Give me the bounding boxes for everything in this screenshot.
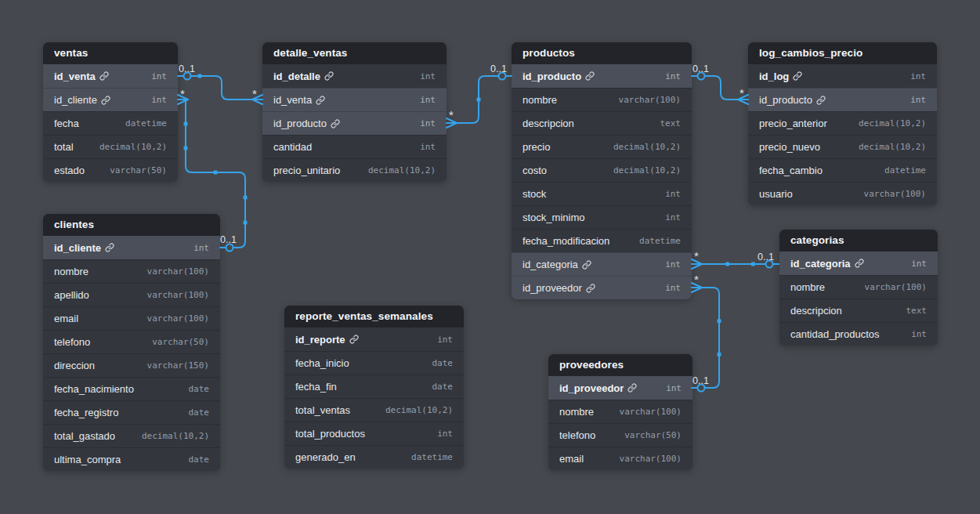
field-row-clientes-id_cliente[interactable]: id_clienteint <box>43 236 220 259</box>
table-reporte_ventas_semanales[interactable]: reporte_ventas_semanalesid_reporteintfec… <box>284 306 464 469</box>
field-row-productos-id_producto[interactable]: id_productoint <box>512 64 692 88</box>
field-row-categorias-id_categoria[interactable]: id_categoriaint <box>779 252 938 275</box>
field-row-productos-nombre[interactable]: nombrevarchar(100) <box>512 88 692 111</box>
link-key-icon <box>101 96 110 105</box>
field-row-detalle_ventas-id_detalle[interactable]: id_detalleint <box>262 64 447 88</box>
field-row-detalle_ventas-cantidad[interactable]: cantidadint <box>262 135 447 158</box>
field-name-text: ultima_compra <box>54 454 121 465</box>
field-row-log_cambios_precio-usuario[interactable]: usuariovarchar(100) <box>748 182 937 205</box>
field-row-proveedores-id_proveedor[interactable]: id_proveedorint <box>548 376 693 400</box>
field-row-ventas-total[interactable]: totaldecimal(10,2) <box>43 135 178 158</box>
table-proveedores[interactable]: proveedoresid_proveedorintnombrevarchar(… <box>548 354 693 470</box>
link-key-icon <box>105 243 114 252</box>
table-productos[interactable]: productosid_productointnombrevarchar(100… <box>512 42 692 299</box>
field-row-clientes-nombre[interactable]: nombrevarchar(100) <box>43 259 220 283</box>
table-header-categorias[interactable]: categorias <box>779 230 938 252</box>
field-row-productos-descripcion[interactable]: descripciontext <box>512 111 692 135</box>
field-row-categorias-nombre[interactable]: nombrevarchar(100) <box>779 275 938 299</box>
field-row-detalle_ventas-id_producto[interactable]: id_productoint <box>262 111 447 135</box>
field-type: varchar(150) <box>147 360 209 371</box>
er-diagram-canvas[interactable]: ventasid_ventaintid_clienteintfechadatet… <box>0 0 980 514</box>
field-row-categorias-cantidad_productos[interactable]: cantidad_productosint <box>779 322 938 346</box>
field-name-text: fecha <box>54 118 79 129</box>
table-header-clientes[interactable]: clientes <box>43 214 220 236</box>
field-name-text: descripcion <box>523 118 574 129</box>
field-row-reporte_ventas_semanales-generado_en[interactable]: generado_endatetime <box>284 445 464 469</box>
field-row-proveedores-nombre[interactable]: nombrevarchar(100) <box>548 400 693 423</box>
field-row-productos-precio[interactable]: preciodecimal(10,2) <box>512 135 692 158</box>
field-row-log_cambios_precio-id_log[interactable]: id_logint <box>748 64 937 88</box>
table-header-reporte_ventas_semanales[interactable]: reporte_ventas_semanales <box>284 306 464 328</box>
field-row-reporte_ventas_semanales-fecha_fin[interactable]: fecha_findate <box>284 375 464 398</box>
field-type: int <box>666 383 682 393</box>
table-header-log_cambios_precio[interactable]: log_cambios_precio <box>748 42 937 64</box>
field-row-clientes-fecha_registro[interactable]: fecha_registrodate <box>43 400 220 424</box>
field-name-text: id_log <box>759 71 789 82</box>
field-row-productos-stock_minimo[interactable]: stock_minimoint <box>512 205 692 229</box>
field-row-clientes-email[interactable]: emailvarchar(100) <box>43 306 220 330</box>
field-row-productos-costo[interactable]: costodecimal(10,2) <box>512 158 692 182</box>
table-header-productos[interactable]: productos <box>512 42 692 64</box>
field-row-ventas-fecha[interactable]: fechadatetime <box>43 111 178 135</box>
field-name: email <box>559 453 584 465</box>
field-name-text: fecha_inicio <box>295 357 349 369</box>
field-name-text: nombre <box>790 281 825 293</box>
field-name-text: id_categoria <box>790 258 851 270</box>
field-row-ventas-id_cliente[interactable]: id_clienteint <box>43 88 178 111</box>
field-row-log_cambios_precio-fecha_cambio[interactable]: fecha_cambiodatetime <box>748 158 937 182</box>
field-row-ventas-estado[interactable]: estadovarchar(50) <box>43 158 178 182</box>
field-type: varchar(50) <box>624 430 682 440</box>
field-name-text: fecha_nacimiento <box>54 383 134 395</box>
field-name: fecha_nacimiento <box>54 383 134 395</box>
table-header-ventas[interactable]: ventas <box>43 42 178 64</box>
field-row-productos-id_proveedor[interactable]: id_proveedorint <box>512 276 692 299</box>
link-key-icon <box>99 71 109 81</box>
field-row-detalle_ventas-precio_unitario[interactable]: precio_unitariodecimal(10,2) <box>262 158 447 182</box>
field-row-detalle_ventas-id_venta[interactable]: id_ventaint <box>262 88 447 111</box>
field-row-categorias-descripcion[interactable]: descripciontext <box>779 299 938 322</box>
field-row-clientes-total_gastado[interactable]: total_gastadodecimal(10,2) <box>43 424 220 447</box>
field-row-log_cambios_precio-precio_nuevo[interactable]: precio_nuevodecimal(10,2) <box>748 135 937 158</box>
field-name-text: id_venta <box>273 94 312 106</box>
field-name-text: nombre <box>523 94 557 106</box>
field-row-clientes-telefono[interactable]: telefonovarchar(50) <box>43 330 220 353</box>
field-name: id_cliente <box>54 242 114 254</box>
field-name-text: apellido <box>54 289 89 301</box>
field-name-text: generado_en <box>295 451 356 463</box>
field-type: datetime <box>884 165 926 176</box>
table-header-proveedores[interactable]: proveedores <box>548 354 693 376</box>
field-type: date <box>432 382 454 392</box>
field-type: int <box>420 118 436 128</box>
table-header-detalle_ventas[interactable]: detalle_ventas <box>262 42 447 64</box>
table-clientes[interactable]: clientesid_clienteintnombrevarchar(100)a… <box>43 214 220 471</box>
field-row-reporte_ventas_semanales-total_ventas[interactable]: total_ventasdecimal(10,2) <box>284 398 464 422</box>
field-row-clientes-fecha_nacimiento[interactable]: fecha_nacimientodate <box>43 377 220 400</box>
table-categorias[interactable]: categoriasid_categoriaintnombrevarchar(1… <box>779 230 938 346</box>
field-type: int <box>151 95 167 105</box>
field-row-log_cambios_precio-id_producto[interactable]: id_productoint <box>748 88 937 111</box>
field-name-text: fecha_registro <box>54 407 118 418</box>
table-ventas[interactable]: ventasid_ventaintid_clienteintfechadatet… <box>43 42 178 182</box>
field-name-text: fecha_cambio <box>759 165 823 176</box>
link-key-icon <box>855 259 864 268</box>
field-type: int <box>437 335 453 345</box>
table-detalle_ventas[interactable]: detalle_ventasid_detalleintid_ventaintid… <box>262 42 447 182</box>
field-row-clientes-direccion[interactable]: direccionvarchar(150) <box>43 353 220 377</box>
field-name-text: costo <box>523 165 547 176</box>
field-row-productos-stock[interactable]: stockint <box>512 182 692 205</box>
field-row-proveedores-email[interactable]: emailvarchar(100) <box>548 447 693 470</box>
field-row-clientes-ultima_compra[interactable]: ultima_compradate <box>43 447 220 471</box>
field-row-productos-id_categoria[interactable]: id_categoriaint <box>512 252 692 276</box>
field-row-reporte_ventas_semanales-fecha_inicio[interactable]: fecha_iniciodate <box>284 351 464 375</box>
table-log_cambios_precio[interactable]: log_cambios_precioid_logintid_productoin… <box>748 42 937 205</box>
field-row-proveedores-telefono[interactable]: telefonovarchar(50) <box>548 423 693 447</box>
field-row-log_cambios_precio-precio_anterior[interactable]: precio_anteriordecimal(10,2) <box>748 111 937 135</box>
field-row-reporte_ventas_semanales-id_reporte[interactable]: id_reporteint <box>284 328 464 351</box>
field-row-ventas-id_venta[interactable]: id_ventaint <box>43 64 178 88</box>
field-name: email <box>54 313 78 324</box>
field-type: varchar(100) <box>864 189 926 199</box>
field-name-text: precio_anterior <box>759 118 827 129</box>
field-row-clientes-apellido[interactable]: apellidovarchar(100) <box>43 283 220 306</box>
field-row-productos-fecha_modificacion[interactable]: fecha_modificaciondatetime <box>512 229 692 252</box>
field-row-reporte_ventas_semanales-total_productos[interactable]: total_productosint <box>284 422 464 445</box>
